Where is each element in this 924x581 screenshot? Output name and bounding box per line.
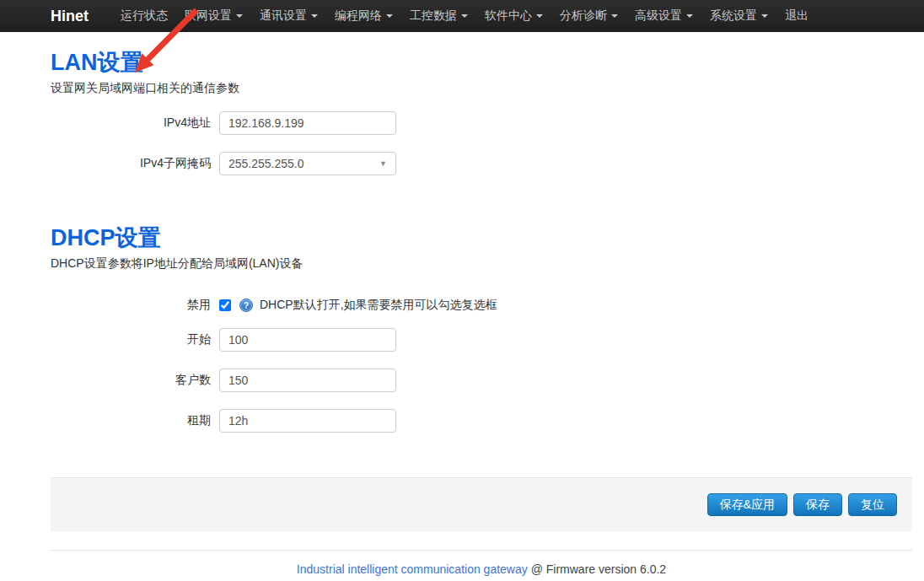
main-content: LAN设置 设置网关局域网端口相关的通信参数 IPv4地址 IPv4子网掩码 2… <box>0 51 924 433</box>
chevron-down-icon <box>611 14 618 18</box>
nav-item-network-settings[interactable]: 联网设置 <box>176 0 251 32</box>
nav-item-industrial-data[interactable]: 工控数据 <box>401 0 476 32</box>
nav-item-comm-settings[interactable]: 通讯设置 <box>251 0 326 32</box>
ipv4-netmask-select[interactable]: 255.255.255.0 ▼ <box>219 152 396 175</box>
nav-item-label: 退出 <box>785 8 808 24</box>
nav-item-label: 软件中心 <box>485 8 532 24</box>
dhcp-disable-label: 禁用 <box>51 298 211 313</box>
nav-item-software-center[interactable]: 软件中心 <box>476 0 551 32</box>
dhcp-clients-row: 客户数 <box>51 369 912 392</box>
nav-item-logout[interactable]: 退出 <box>776 0 817 32</box>
nav-item-label: 工控数据 <box>410 8 457 24</box>
nav-item-label: 分析诊断 <box>560 8 607 24</box>
nav-item-label: 高级设置 <box>635 8 682 24</box>
nav-item-advanced-settings[interactable]: 高级设置 <box>626 0 701 32</box>
dhcp-clients-label: 客户数 <box>51 373 211 388</box>
navbar-menu: 运行状态 联网设置 通讯设置 编程网络 工控数据 软件中心 分析诊断 高级设置 … <box>112 0 817 32</box>
chevron-down-icon <box>761 14 768 18</box>
dhcp-start-label: 开始 <box>51 332 211 347</box>
lan-section-title: LAN设置 <box>51 51 912 74</box>
dhcp-lease-row: 租期 <box>51 409 912 433</box>
dhcp-form: 禁用 ? DHCP默认打开,如果需要禁用可以勾选复选框 开始 客户数 租期 <box>51 293 912 433</box>
save-button[interactable]: 保存 <box>793 493 842 516</box>
save-apply-button[interactable]: 保存&应用 <box>707 493 787 516</box>
nav-item-programming-network[interactable]: 编程网络 <box>326 0 401 32</box>
chevron-down-icon <box>386 14 393 18</box>
ipv4-netmask-row: IPv4子网掩码 255.255.255.0 ▼ <box>51 152 912 175</box>
chevron-down-icon <box>536 14 543 18</box>
reset-button[interactable]: 复位 <box>848 493 897 516</box>
footer: Industrial intelligent communication gat… <box>51 562 912 576</box>
dhcp-section-subtitle: DHCP设置参数将IP地址分配给局域网(LAN)设备 <box>51 256 912 272</box>
ipv4-netmask-selected-value: 255.255.255.0 <box>228 157 304 170</box>
top-navbar: Hinet 运行状态 联网设置 通讯设置 编程网络 工控数据 软件中心 分析诊断… <box>0 0 924 32</box>
dhcp-lease-label: 租期 <box>51 413 211 428</box>
nav-item-label: 系统设置 <box>710 8 757 24</box>
ipv4-address-input[interactable] <box>219 111 396 135</box>
dhcp-lease-input[interactable] <box>219 409 396 433</box>
dhcp-section-title: DHCP设置 <box>51 226 912 250</box>
ipv4-address-label: IPv4地址 <box>51 116 211 131</box>
footer-firmware-text: @ Firmware version 6.0.2 <box>528 562 666 576</box>
nav-item-label: 运行状态 <box>121 8 168 24</box>
chevron-down-icon <box>686 14 693 18</box>
dhcp-disable-hint: DHCP默认打开,如果需要禁用可以勾选复选框 <box>260 298 497 313</box>
chevron-down-icon <box>311 14 318 18</box>
dhcp-clients-input[interactable] <box>219 369 396 392</box>
dhcp-start-row: 开始 <box>51 328 912 352</box>
brand-logo[interactable]: Hinet <box>51 8 89 25</box>
ipv4-netmask-label: IPv4子网掩码 <box>51 156 211 171</box>
dhcp-start-input[interactable] <box>219 328 396 352</box>
dhcp-disable-checkbox[interactable] <box>219 299 231 311</box>
action-bar: 保存&应用 保存 复位 <box>51 477 912 531</box>
footer-gateway-link[interactable]: Industrial intelligent communication gat… <box>297 562 528 576</box>
nav-item-running-status[interactable]: 运行状态 <box>112 0 176 32</box>
dhcp-disable-row: 禁用 ? DHCP默认打开,如果需要禁用可以勾选复选框 <box>51 293 912 317</box>
nav-item-label: 编程网络 <box>335 8 382 24</box>
chevron-down-icon <box>461 14 468 18</box>
nav-item-system-settings[interactable]: 系统设置 <box>701 0 776 32</box>
nav-item-analysis-diagnosis[interactable]: 分析诊断 <box>551 0 626 32</box>
ipv4-address-row: IPv4地址 <box>51 111 912 135</box>
dropdown-caret-icon: ▼ <box>379 160 387 168</box>
nav-item-label: 通讯设置 <box>260 8 307 24</box>
help-question-icon[interactable]: ? <box>239 299 253 312</box>
lan-form: IPv4地址 IPv4子网掩码 255.255.255.0 ▼ <box>51 111 912 175</box>
chevron-down-icon <box>236 14 243 18</box>
nav-item-label: 联网设置 <box>185 8 232 24</box>
footer-divider <box>51 550 912 551</box>
lan-section-subtitle: 设置网关局域网端口相关的通信参数 <box>51 81 912 96</box>
